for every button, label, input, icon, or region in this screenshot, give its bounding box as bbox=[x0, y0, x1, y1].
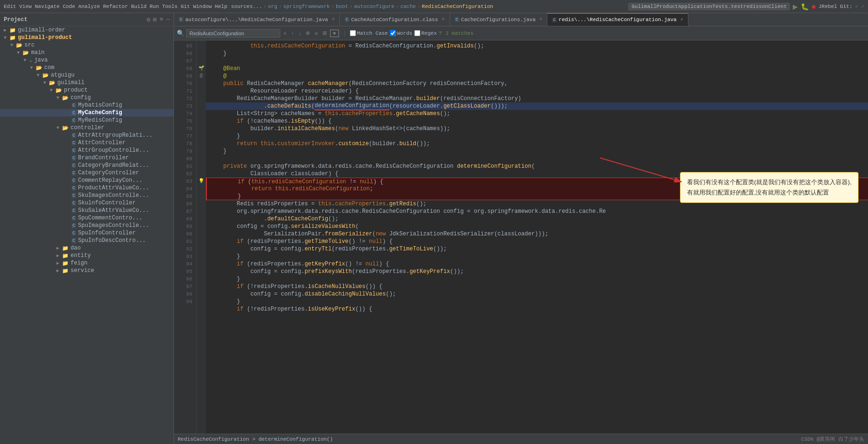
class-icon: c bbox=[179, 17, 183, 22]
tree-item-config[interactable]: ▼ 📂 config bbox=[0, 94, 174, 101]
close-icon[interactable]: × bbox=[442, 17, 445, 22]
line-num-96: 96 bbox=[174, 275, 196, 283]
tab-cacheauto[interactable]: c CacheAutoConfiguration.class × bbox=[340, 13, 450, 26]
minimize-icon[interactable]: — bbox=[166, 16, 170, 23]
tree-item-spuinfocontroller[interactable]: ▶ C SpuInfoController bbox=[0, 229, 174, 237]
tab-autoconfigure[interactable]: c autoconfigure\...\RedisCacheConfigurat… bbox=[174, 13, 340, 26]
tree-item-main[interactable]: ▼ 📂 main bbox=[0, 49, 174, 56]
tree-item-mybatisconfig[interactable]: ▶ C MybatisConfig bbox=[0, 101, 174, 109]
tree-item-atguigu[interactable]: ▼ 📂 atguigu bbox=[0, 71, 174, 79]
tree-arrow: ▼ bbox=[17, 50, 23, 55]
words-checkbox[interactable] bbox=[390, 30, 396, 36]
help-icon[interactable]: ? bbox=[439, 31, 442, 36]
close-icon[interactable]: × bbox=[680, 17, 683, 23]
tree-item-productattrvalueco[interactable]: ▶ C ProductAttrValueCo... bbox=[0, 184, 174, 192]
stop-button[interactable]: ■ bbox=[812, 3, 815, 10]
find-all-button[interactable]: ⊕ bbox=[304, 30, 311, 37]
bulb-gutter-icon[interactable]: 💡 bbox=[197, 178, 206, 185]
prev-match-button[interactable]: ↑ bbox=[290, 30, 295, 37]
tree-arrow: ▼ bbox=[10, 43, 16, 48]
tree-item-skusaleattrvalueco[interactable]: ▶ C SkuSaleAttrValueCo... bbox=[0, 207, 174, 214]
next-match-button[interactable]: ↓ bbox=[297, 30, 303, 37]
tree-item-mycacheconfig[interactable]: ▶ C MyCacheConfig bbox=[0, 109, 174, 117]
close-icon[interactable]: × bbox=[332, 17, 335, 22]
git-check: ✓ bbox=[855, 3, 859, 9]
tree-arrow: ▶ bbox=[56, 245, 62, 251]
regex-option[interactable]: Regex bbox=[414, 30, 437, 36]
tree-item-gulimall-order[interactable]: ▶ 📁 gulimall-order bbox=[0, 26, 174, 34]
tree-item-gulimall[interactable]: ▼ 📂 gulimall bbox=[0, 79, 174, 86]
layout-icon[interactable]: ⊞ bbox=[153, 16, 157, 23]
line-num-74: 74 bbox=[174, 110, 196, 117]
debug-button[interactable]: 🐛 bbox=[801, 3, 809, 10]
class-icon: C bbox=[71, 201, 76, 206]
match-case-checkbox[interactable] bbox=[350, 30, 356, 36]
sidebar-header: Project ⚙ ⊞ ≡ — bbox=[0, 13, 174, 26]
code-line-73: List<String> cacheNames = this.cacheProp… bbox=[206, 110, 868, 117]
code-line-99: if (!redisProperties.isUseKeyPrefix()) { bbox=[206, 305, 868, 313]
close-search-button[interactable]: × bbox=[282, 30, 288, 37]
regex-checkbox[interactable] bbox=[414, 30, 420, 36]
tree-item-entity[interactable]: ▶ 📁 entity bbox=[0, 252, 174, 259]
tree-item-gulimall-product[interactable]: ▼ 📁 gulimall-product bbox=[0, 34, 174, 41]
tree-item-java[interactable]: ▼ ☕ java bbox=[0, 56, 174, 64]
tree-item-spucommentcontro[interactable]: ▶ C SpuCommentContro... bbox=[0, 214, 174, 222]
gear-icon[interactable]: ≡ bbox=[159, 16, 163, 23]
tree-item-spuinfodesccontro[interactable]: ▶ C SpuInfoDescContro... bbox=[0, 237, 174, 244]
tree-item-categorybrandrelat[interactable]: ▶ C CategoryBrandRelat... bbox=[0, 162, 174, 169]
tree-item-categorycontroller[interactable]: ▶ C CategoryController bbox=[0, 169, 174, 177]
tree-label: CommentReplayCon... bbox=[78, 177, 142, 184]
close-icon[interactable]: × bbox=[539, 17, 542, 22]
top-bar: Edit View Navigate Code Analyze Refactor… bbox=[0, 0, 868, 13]
folder-icon: 📂 bbox=[55, 87, 62, 93]
tree-item-brandcontroller[interactable]: ▶ C BrandController bbox=[0, 154, 174, 162]
code-line-95: } bbox=[206, 275, 868, 283]
code-line-66: } bbox=[206, 50, 868, 57]
words-option[interactable]: Words bbox=[390, 30, 412, 36]
tree-item-com[interactable]: ▼ 📂 com bbox=[0, 64, 174, 71]
match-case-option[interactable]: Match Case bbox=[350, 30, 388, 36]
code-line-93: if (redisProperties.getKeyPrefix() != nu… bbox=[206, 260, 868, 268]
tree-item-attrattrgrouprelati[interactable]: ▶ C AttrAttrgroupRelati... bbox=[0, 132, 174, 139]
run-area: GulimallProductApplicationTests.testredi… bbox=[628, 3, 864, 10]
tree-arrow: ▼ bbox=[24, 58, 29, 63]
tree-label: SkulnfoController bbox=[78, 200, 135, 206]
line-num-98: 98 bbox=[174, 290, 196, 298]
line-num-88: 88 bbox=[174, 215, 196, 223]
run-button[interactable]: ▶ bbox=[793, 3, 798, 10]
search-input[interactable] bbox=[186, 29, 280, 38]
tree-item-commentreplacon[interactable]: ▶ C CommentReplayCon... bbox=[0, 177, 174, 184]
line-num-67: 67 bbox=[174, 57, 196, 65]
filter-button[interactable]: ≡ bbox=[313, 30, 319, 37]
tree-item-src[interactable]: ▼ 📂 src bbox=[0, 41, 174, 49]
tree-item-product[interactable]: ▼ 📂 product bbox=[0, 86, 174, 94]
tree-item-service[interactable]: ▶ 📁 service bbox=[0, 267, 174, 274]
toggle-button[interactable]: ⊞ bbox=[321, 30, 328, 37]
tree-item-skuimagescontrolle[interactable]: ▶ C SkuImagesControlle... bbox=[0, 192, 174, 199]
run-config-label[interactable]: GulimallProductApplicationTests.testredi… bbox=[628, 3, 790, 10]
tree-item-feign[interactable]: ▶ 📁 feign bbox=[0, 259, 174, 267]
tree-item-spuimagescontrolle[interactable]: ▶ C SpuImagesControlle... bbox=[0, 222, 174, 229]
bean-gutter-icon[interactable]: 🌱 bbox=[197, 65, 206, 72]
code-line-74: if (!cacheNames.isEmpty()) { bbox=[206, 117, 868, 125]
code-content[interactable]: this.redisCacheConfiguration = RedisCach… bbox=[206, 40, 868, 434]
tree-item-attrcontroller[interactable]: ▶ C AttrController bbox=[0, 139, 174, 147]
tree-item-controller[interactable]: ▼ 📂 controller bbox=[0, 124, 174, 132]
filter-icon-button[interactable]: ▼ bbox=[330, 30, 339, 37]
tree-label: SpuImagesControlle... bbox=[78, 222, 149, 229]
tree-item-dao[interactable]: ▶ 📁 dao bbox=[0, 244, 174, 252]
tree-label: MyRedisConfig bbox=[78, 117, 122, 124]
line-num-77: 77 bbox=[174, 132, 196, 140]
tree-item-attrgroupcontroller[interactable]: ▶ C AttrGroupControlle... bbox=[0, 147, 174, 154]
line-num-79: 79 bbox=[174, 148, 196, 155]
line-num-83: 83 bbox=[174, 178, 196, 185]
tree-item-myredisconfig[interactable]: ▶ C MyRedisConfig bbox=[0, 117, 174, 124]
tab-redis-cacheconfig[interactable]: c redis\...\RedisCacheConfiguration.java… bbox=[547, 13, 688, 26]
tree-label: CategoryBrandRelat... bbox=[78, 162, 149, 169]
tree-item-skulnfocontroller[interactable]: ▶ C SkulnfoController bbox=[0, 199, 174, 207]
settings-icon[interactable]: ⚙ bbox=[147, 16, 150, 23]
tree-label: dao bbox=[71, 245, 81, 251]
annotation-gutter-icon[interactable]: @ bbox=[197, 72, 206, 80]
code-line-88: config = config.serializeValuesWith( bbox=[206, 223, 868, 230]
tab-cacheconfigs[interactable]: c CacheConfigurations.java × bbox=[450, 13, 547, 26]
